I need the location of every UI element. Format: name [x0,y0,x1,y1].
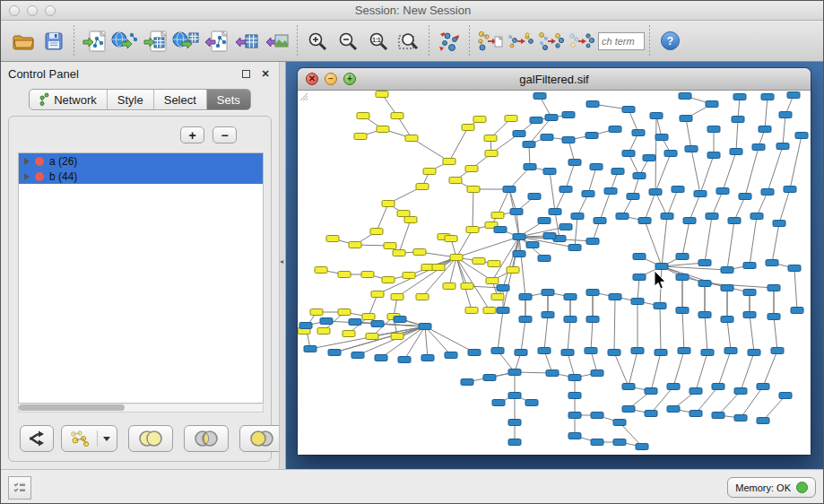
new-network-from-selection-icon[interactable] [474,24,505,58]
set-row-b[interactable]: b (44) [19,169,263,184]
split-sets-button[interactable] [20,425,54,452]
sets-list: a (26) b (44) [18,152,264,404]
network-graph[interactable] [298,91,811,455]
fork-arrows-icon [27,430,47,448]
export-network-icon[interactable] [201,24,231,58]
close-panel-icon[interactable]: ✕ [259,67,272,80]
status-bar: Memory: OK [1,469,824,504]
checklist-icon [13,481,27,495]
zoom-selected-icon[interactable] [394,24,424,58]
svg-text:?: ? [666,35,672,48]
task-history-button[interactable] [8,476,31,500]
import-network-url-icon[interactable] [109,24,140,58]
network-desktop: ✕ − + galFiltered.sif [286,62,824,469]
tab-select[interactable]: Select [154,90,207,109]
difference-sets-button[interactable] [239,425,284,452]
collapse-panel-icon[interactable]: ◂ [280,257,283,265]
tab-sets[interactable]: Sets [207,90,250,109]
venn-intersection-icon [191,429,221,448]
tab-style[interactable]: Style [108,90,154,109]
first-neighbors-icon[interactable] [505,24,535,58]
window-title: Session: New Session [1,4,824,17]
window-titlebar: Session: New Session [1,1,824,21]
mouse-cursor [652,270,670,291]
venn-union-icon [135,429,166,448]
apply-layout-icon[interactable] [434,24,464,58]
toolbar-separator [469,25,470,57]
union-sets-button[interactable] [128,425,173,452]
remove-set-button[interactable]: − [213,126,237,143]
control-panel-title: Control Panel [8,67,232,81]
scrollbar-thumb[interactable] [19,404,125,411]
float-panel-icon[interactable] [239,67,252,80]
tab-select-label: Select [164,93,196,107]
set-row-a[interactable]: a (26) [19,153,263,169]
control-panel: Control Panel ✕ Network Style Select Set… [1,62,279,469]
tab-style-label: Style [117,93,143,107]
help-icon[interactable]: ? [655,24,685,58]
toolbar-separator [297,25,298,57]
tab-network-label: Network [54,93,97,107]
toolbar-separator [74,25,74,57]
caret-down-icon[interactable] [103,437,110,441]
resize-grip[interactable] [298,91,308,101]
network-canvas[interactable] [298,91,811,455]
zoom-fit-icon[interactable]: 1:1 [363,24,394,58]
export-image-icon[interactable] [262,24,292,58]
search-input[interactable] [598,32,645,50]
memory-status-dot [796,482,808,493]
venn-difference-icon [247,429,277,448]
import-table-file-icon[interactable] [140,24,170,58]
create-set-menu-button[interactable] [61,425,117,452]
horizontal-scrollbar[interactable] [18,404,264,413]
tab-network[interactable]: Network [30,90,108,109]
tab-sets-label: Sets [217,93,240,107]
button-divider [97,430,98,447]
sets-panel: + − a (26) b (44) [8,116,272,462]
add-set-button[interactable]: + [180,126,204,143]
network-window-titlebar[interactable]: ✕ − + galFiltered.sif [298,68,811,91]
intersect-sets-button[interactable] [184,425,229,452]
main-toolbar: 1:1 ? [1,21,824,62]
toolbar-separator [429,25,429,57]
hide-selected-icon[interactable] [566,24,596,58]
set-label: b (44) [49,170,77,183]
memory-label: Memory: OK [735,482,791,493]
set-label: a (26) [49,155,77,168]
zoom-out-icon[interactable] [333,24,363,58]
svg-text:1:1: 1:1 [372,36,381,42]
import-table-url-icon[interactable] [170,24,201,58]
network-window-title: galFiltered.sif [298,73,811,86]
network-window[interactable]: ✕ − + galFiltered.sif [298,68,811,455]
set-color-dot [35,157,44,166]
memory-indicator[interactable]: Memory: OK [727,477,816,498]
panel-splitter[interactable]: ◂ [279,62,286,469]
open-session-icon[interactable] [8,24,39,58]
import-network-file-icon[interactable] [79,24,109,58]
export-table-icon[interactable] [231,24,262,58]
save-session-icon[interactable] [39,24,69,58]
expander-icon[interactable] [24,158,30,165]
cytoscape-main-window: Session: New Session [0,0,824,504]
expander-icon[interactable] [24,173,30,180]
toolbar-separator [649,25,650,57]
set-color-dot [35,172,44,181]
yellow-network-icon [68,430,91,448]
show-all-icon[interactable] [535,24,566,58]
network-tab-icon [39,92,49,107]
zoom-in-icon[interactable] [302,24,333,58]
